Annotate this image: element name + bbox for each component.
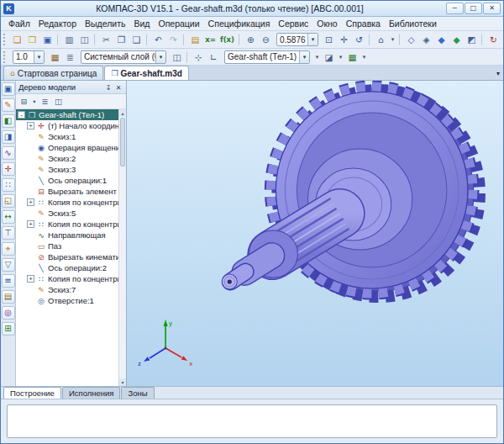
tree-expander-icon[interactable]	[27, 286, 34, 293]
menu-item[interactable]: Спецификация	[204, 18, 275, 29]
menu-item[interactable]: Сервис	[274, 18, 312, 29]
viewport-3d[interactable]: y x z	[127, 81, 503, 386]
dropdown-arrow-icon[interactable]: ▾	[313, 50, 321, 64]
menu-item[interactable]: Вид	[129, 18, 154, 29]
tree-item[interactable]: ✎ Эскиз:5	[16, 208, 118, 219]
tree-expander-icon[interactable]	[18, 111, 25, 119]
arrays-tool-icon[interactable]: ∷	[2, 178, 15, 192]
close-icon[interactable]: ✕	[113, 82, 123, 92]
snap-settings-icon[interactable]: ⊹	[192, 50, 206, 64]
zoom-area-icon[interactable]: ⊡	[322, 33, 336, 46]
extrude-tool-icon[interactable]: ◧	[2, 114, 15, 128]
tree-expander-icon[interactable]	[27, 166, 34, 173]
fx-icon[interactable]: f(x)	[218, 33, 236, 46]
specification-tool-icon[interactable]: ≡	[2, 274, 15, 288]
tree-item[interactable]: ∿ Направляющая	[16, 230, 118, 240]
paste-icon[interactable]: ❑	[129, 33, 144, 46]
toolbar-grip[interactable]	[3, 51, 7, 63]
tree-view-mode-icon[interactable]: ⊟	[18, 95, 30, 108]
dropdown-arrow-icon[interactable]: ▾	[389, 33, 396, 46]
tree-item[interactable]: ✎ Эскиз:1	[16, 131, 118, 142]
library-manager-icon[interactable]: ▤	[188, 33, 202, 46]
tab-gear-shaft[interactable]: ❒ Gear-shaft.m3d	[104, 66, 188, 80]
tree-expander-icon[interactable]	[27, 209, 34, 217]
layer-combo[interactable]: Системный слой (0) ▾	[81, 50, 166, 64]
perspective-icon[interactable]: ◩	[465, 33, 479, 46]
new-document-icon[interactable]: ❏	[10, 33, 24, 46]
scrollbar-thumb[interactable]	[120, 118, 125, 166]
tree-item[interactable]: ✛ (т) Начало координат	[16, 120, 118, 131]
tree-composition-icon[interactable]: ≣	[39, 95, 51, 108]
separator[interactable]	[399, 34, 402, 45]
separator[interactable]	[94, 34, 97, 45]
surfaces-tool-icon[interactable]: ◨	[2, 130, 15, 144]
menu-item[interactable]: Файл	[4, 18, 34, 29]
tab-overflow-icon[interactable]: ▾	[496, 70, 500, 77]
copy-icon[interactable]: ❐	[114, 33, 129, 46]
tree-item[interactable]: ✎ Эскиз:2	[16, 153, 118, 164]
tab-start-page[interactable]: ⌂ Стартовая страница	[3, 66, 103, 80]
scale-combo[interactable]: 1.0 ▾	[13, 50, 45, 64]
macro-tool-icon[interactable]: ◎	[2, 306, 15, 320]
tree-item[interactable]: ⊟ Вырезать элемент выдавливания:1	[16, 186, 118, 197]
measure-tool-icon[interactable]: ⌖	[2, 242, 15, 256]
toolbar-grip[interactable]	[3, 34, 7, 45]
tree-item[interactable]: ✎ Эскиз:7	[16, 284, 118, 295]
auxiliary-geometry-icon[interactable]: ✛	[2, 162, 15, 176]
dimensions-tool-icon[interactable]: ↔	[2, 210, 15, 224]
close-button[interactable]: ✕	[483, 3, 501, 14]
separator[interactable]	[146, 34, 149, 45]
print-icon[interactable]: ▥	[62, 33, 76, 46]
display-options-icon[interactable]: ▦	[345, 50, 360, 64]
hide-objects-icon[interactable]: ◪	[322, 50, 336, 64]
scroll-down-icon[interactable]: ▾	[119, 378, 126, 386]
zoom-out-icon[interactable]: ⊖	[259, 33, 273, 46]
undo-icon[interactable]: ↶	[151, 33, 165, 46]
menu-item[interactable]: Окно	[312, 18, 341, 29]
body-combo[interactable]: Gear-shaft (Тел-1) ▾	[224, 50, 310, 64]
tree-item[interactable]: ∷ Копия по концентрической сетке:3	[16, 273, 118, 284]
tree-item[interactable]: ◉ Операция вращения:1	[16, 142, 118, 153]
print-preview-icon[interactable]: ◫	[77, 33, 92, 46]
redo-icon[interactable]: ↷	[166, 33, 181, 46]
tree-expander-icon[interactable]	[27, 188, 34, 195]
dropdown-arrow-icon[interactable]: ▾	[337, 50, 344, 64]
model-mode-tab[interactable]: Зоны	[121, 387, 154, 399]
tree-expander-icon[interactable]	[27, 198, 34, 206]
tree-item[interactable]: ╲ Ось операции:1	[16, 175, 118, 186]
menu-item[interactable]: Библиотеки	[385, 18, 441, 29]
tree-item[interactable]: ❒ Gear-shaft (Тел-1)	[16, 109, 118, 120]
tree-scrollbar[interactable]: ▴ ▾	[118, 109, 126, 386]
sketch-tool-icon[interactable]: ✎	[2, 98, 15, 112]
tree-item[interactable]: ∷ Копия по концентрической сетке:2	[16, 219, 118, 230]
menu-item[interactable]: Редактор	[34, 18, 81, 29]
ortho-mode-icon[interactable]: ∟	[207, 50, 221, 64]
scroll-up-icon[interactable]: ▴	[119, 109, 126, 117]
open-document-icon[interactable]: ❒	[25, 33, 39, 46]
chevron-down-icon[interactable]: ▾	[299, 51, 309, 63]
variables-icon[interactable]: x=	[203, 33, 218, 46]
layer-settings-icon[interactable]: ◫	[170, 50, 184, 64]
tree-expander-icon[interactable]	[27, 242, 34, 250]
filters-tool-icon[interactable]: ▽	[2, 258, 15, 272]
layers-icon[interactable]: ≣	[63, 50, 77, 64]
curves-tool-icon[interactable]: ∿	[2, 146, 15, 160]
sheet-metal-icon[interactable]: ◱	[2, 194, 15, 208]
zoom-in-icon[interactable]: ⊕	[244, 33, 258, 46]
pin-icon[interactable]: ↧	[103, 82, 113, 92]
separator[interactable]	[57, 34, 60, 45]
separator[interactable]	[369, 34, 371, 45]
separator[interactable]	[239, 34, 241, 45]
chevron-down-icon[interactable]: ▾	[155, 51, 165, 63]
dropdown-arrow-icon[interactable]: ▾	[360, 50, 368, 64]
tree-item[interactable]: ✎ Эскиз:3	[16, 164, 118, 175]
shaded-icon[interactable]: ◆	[434, 33, 449, 46]
tree-item[interactable]: ◎ Отверстие:1	[16, 295, 118, 306]
dropdown-arrow-icon[interactable]: ▾	[31, 95, 38, 108]
reports-tool-icon[interactable]: ▤	[2, 290, 15, 304]
minimize-button[interactable]: ─	[446, 3, 464, 14]
menu-item[interactable]: Операции	[154, 18, 203, 29]
tree-expander-icon[interactable]	[27, 155, 34, 162]
menu-item[interactable]: Справка	[342, 18, 385, 29]
separator[interactable]	[481, 34, 484, 45]
